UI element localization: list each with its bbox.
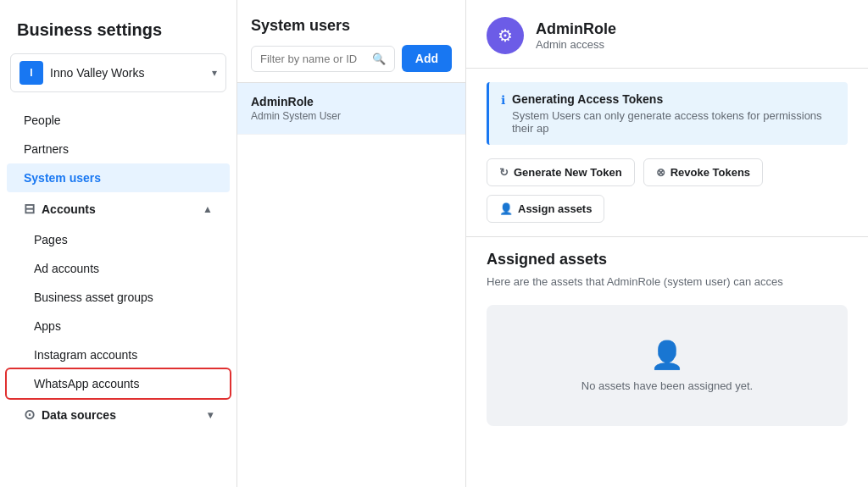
detail-name: AdminRole <box>536 20 616 38</box>
list-title: System users <box>251 17 452 35</box>
whatsapp-accounts-label: WhatsApp accounts <box>34 377 140 390</box>
data-sources-label: Data sources <box>42 408 116 422</box>
info-icon: ℹ <box>501 93 505 107</box>
detail-header: ⚙ AdminRole Admin access <box>466 0 868 69</box>
main-inner: System users 🔍 Add AdminRole Admin Syste… <box>237 0 868 487</box>
search-input-wrap: 🔍 <box>251 46 395 72</box>
revoke-tokens-label: Revoke Tokens <box>670 166 750 179</box>
accounts-sub-nav: Pages Ad accounts Business asset groups … <box>0 225 236 398</box>
accounts-section-header[interactable]: ⊟ Accounts ▲ <box>7 192 230 225</box>
data-sources-section-header[interactable]: ⊙ Data sources ▾ <box>7 398 230 431</box>
apps-label: Apps <box>34 319 61 333</box>
generate-token-button[interactable]: ↻ Generate New Token <box>487 158 635 186</box>
action-buttons: ↻ Generate New Token ⊗ Revoke Tokens 👤 A… <box>466 158 868 236</box>
search-icon: 🔍 <box>372 53 386 65</box>
pages-label: Pages <box>34 233 68 246</box>
info-banner-content: Generating Access Tokens System Users ca… <box>512 92 836 135</box>
empty-assets-text: No assets have been assigned yet. <box>581 379 753 392</box>
data-sources-chevron-icon: ▾ <box>208 409 213 421</box>
business-avatar: I <box>19 61 43 85</box>
detail-role: Admin access <box>536 38 616 51</box>
data-sources-icon: ⊙ <box>24 407 35 423</box>
info-banner-text: System Users can only generate access to… <box>512 109 836 135</box>
instagram-accounts-label: Instagram accounts <box>34 348 137 362</box>
sidebar-navigation: People Partners System users ⊟ Accounts … <box>0 106 236 473</box>
main-content: System users 🔍 Add AdminRole Admin Syste… <box>237 0 868 487</box>
sidebar: Business settings I Inno Valley Works ▾ … <box>0 0 237 487</box>
detail-panel: ⚙ AdminRole Admin access ℹ Generating Ac… <box>466 0 868 487</box>
accounts-chevron-icon: ▲ <box>203 203 213 215</box>
assigned-desc: Here are the assets that AdminRole (syst… <box>487 275 848 288</box>
sidebar-item-people[interactable]: People <box>7 106 230 135</box>
search-input[interactable] <box>260 53 367 65</box>
generate-token-label: Generate New Token <box>514 166 622 179</box>
business-selector[interactable]: I Inno Valley Works ▾ <box>10 53 226 92</box>
revoke-icon: ⊗ <box>656 166 665 179</box>
people-label: People <box>24 113 61 127</box>
system-users-label: System users <box>24 171 101 185</box>
list-item-name: AdminRole <box>251 95 452 108</box>
business-name: Inno Valley Works <box>50 66 205 80</box>
list-items: AdminRole Admin System User <box>237 83 465 487</box>
detail-user-info: AdminRole Admin access <box>536 20 616 51</box>
empty-assets-container: 👤 No assets have been assigned yet. <box>487 305 848 426</box>
info-banner-title: Generating Access Tokens <box>512 92 836 106</box>
chevron-down-icon: ▾ <box>212 67 217 79</box>
revoke-tokens-button[interactable]: ⊗ Revoke Tokens <box>643 158 763 186</box>
sidebar-item-business-asset-groups[interactable]: Business asset groups <box>7 283 230 312</box>
assigned-title: Assigned assets <box>487 251 848 268</box>
list-item-sub: Admin System User <box>251 110 452 122</box>
business-asset-groups-label: Business asset groups <box>34 291 153 304</box>
accounts-icon: ⊟ <box>24 201 35 217</box>
info-banner: ℹ Generating Access Tokens System Users … <box>487 82 848 145</box>
sidebar-item-partners[interactable]: Partners <box>7 135 230 163</box>
sidebar-item-apps[interactable]: Apps <box>7 312 230 340</box>
empty-person-icon: 👤 <box>650 339 684 371</box>
person-icon: 👤 <box>499 202 513 215</box>
assign-assets-label: Assign assets <box>518 202 592 215</box>
refresh-icon: ↻ <box>499 166 509 179</box>
sidebar-item-whatsapp-accounts[interactable]: WhatsApp accounts <box>7 369 230 398</box>
detail-avatar: ⚙ <box>487 17 524 54</box>
assigned-section: Assigned assets Here are the assets that… <box>466 236 868 440</box>
list-header: System users 🔍 Add <box>237 0 465 83</box>
sidebar-item-pages[interactable]: Pages <box>7 225 230 254</box>
list-panel: System users 🔍 Add AdminRole Admin Syste… <box>237 0 466 487</box>
search-bar: 🔍 Add <box>251 45 452 72</box>
accounts-label: Accounts <box>42 202 96 216</box>
list-item[interactable]: AdminRole Admin System User <box>237 83 465 135</box>
ad-accounts-label: Ad accounts <box>34 262 99 275</box>
partners-label: Partners <box>24 142 69 156</box>
assign-assets-button[interactable]: 👤 Assign assets <box>487 195 604 223</box>
sidebar-item-ad-accounts[interactable]: Ad accounts <box>7 254 230 283</box>
add-button[interactable]: Add <box>402 45 452 72</box>
sidebar-item-instagram-accounts[interactable]: Instagram accounts <box>7 340 230 369</box>
sidebar-item-system-users[interactable]: System users <box>7 163 230 192</box>
sidebar-title: Business settings <box>0 0 236 53</box>
